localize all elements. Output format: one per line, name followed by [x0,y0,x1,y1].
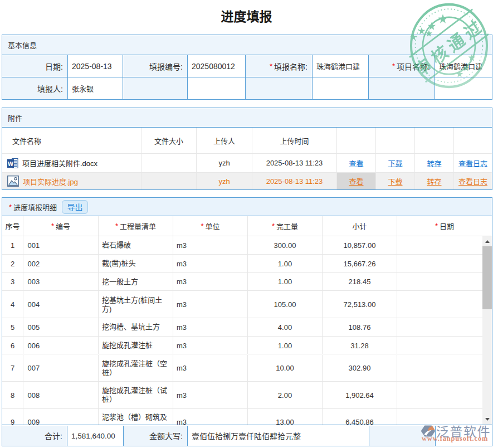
svg-text:W: W [8,160,13,167]
